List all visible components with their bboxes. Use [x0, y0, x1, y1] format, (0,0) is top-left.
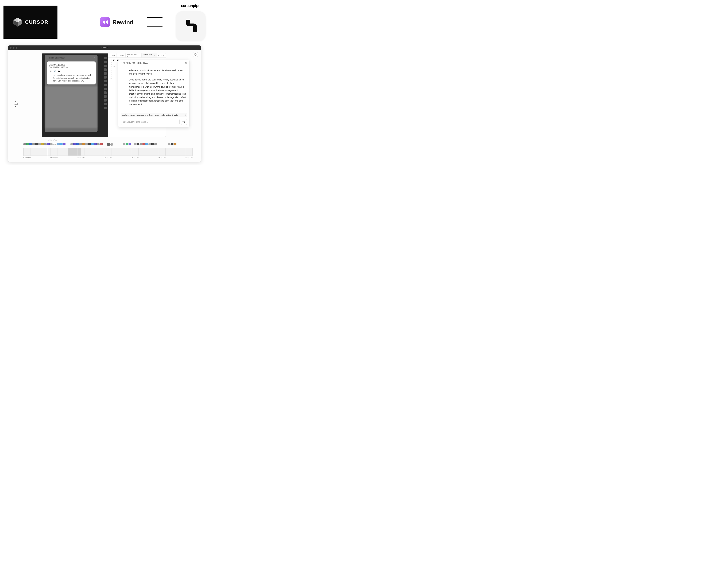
- svg-marker-6: [105, 20, 108, 24]
- timeline-label: 07:22 AM: [23, 157, 31, 159]
- editor-tab[interactable]: Breslow, Ryan - F...: [126, 53, 141, 57]
- editor-tab[interactable]: 111224: [117, 53, 126, 57]
- ai-paragraph: indicate a day structured around iterati…: [129, 69, 186, 76]
- audio-time-range: 9:04:00 AM - 9:04:00 AM: [49, 66, 93, 68]
- send-button[interactable]: [181, 119, 187, 125]
- svg-rect-7: [186, 20, 190, 21]
- cursor-cube-icon: [12, 17, 23, 27]
- screenpipe-icon: [176, 11, 205, 41]
- add-tab-button[interactable]: +: [157, 54, 160, 57]
- window-zoom-button[interactable]: [16, 47, 17, 49]
- ai-time-range: 10:46:17 AM - 11:46:09 AM: [123, 62, 185, 64]
- cursor-logo: CURSOR: [3, 6, 57, 39]
- audio-duration: 0s: [58, 70, 60, 72]
- refresh-button[interactable]: [193, 52, 198, 57]
- timeline-label: 03:21 PM: [131, 157, 138, 159]
- speaker-icon[interactable]: 🔊: [53, 70, 56, 72]
- timeline-inline-label: 0 AM: [53, 143, 56, 145]
- context-mode-select[interactable]: context master - analyzes everything: ap…: [121, 113, 187, 117]
- window-close-button[interactable]: [10, 47, 11, 49]
- scroll-label: scroll: [13, 103, 17, 105]
- equals-icon: [147, 17, 162, 27]
- rewind-logo: Rewind: [100, 17, 133, 27]
- timeline-marker-icon: [50, 138, 52, 141]
- ai-analysis-body: indicate a day structured around iterati…: [118, 66, 189, 111]
- editor-tabs: 111124 111224 Breslow, Ryan - F... 11122…: [108, 53, 166, 58]
- audio-transcript-card: Display 1 (output) 9:04:00 AM - 9:04:00 …: [47, 62, 95, 84]
- ai-paragraph: Conclusions about the user's day-to-day …: [129, 78, 186, 106]
- timeline-label: 05:21 PM: [158, 157, 166, 159]
- timeline-marker-icon: [55, 138, 57, 141]
- timeline[interactable]: 0 AM: [23, 143, 193, 159]
- window-titlebar[interactable]: timeline: [8, 45, 201, 50]
- plus-icon: [71, 10, 87, 35]
- timeline-ruler[interactable]: [23, 148, 193, 156]
- more-icon[interactable]: ⋯: [163, 55, 164, 56]
- close-icon[interactable]: ✕: [185, 62, 187, 64]
- close-icon[interactable]: ×: [154, 54, 155, 56]
- window-minimize-button[interactable]: [13, 47, 14, 49]
- timeline-marker-icon: [48, 138, 50, 141]
- scroll-indicator: ▲ scroll ▼: [13, 100, 17, 108]
- line-numbers: 123 456 789 10: [109, 59, 113, 80]
- cursor-label: CURSOR: [25, 19, 48, 25]
- drag-handle-icon[interactable]: ⠿: [47, 56, 48, 59]
- editor-tab[interactable]: 111224 8595 ...×: [141, 53, 157, 57]
- arrow-up-icon: ▲: [15, 100, 16, 102]
- audio-panel-title: audio transcripts: [49, 56, 94, 59]
- chevron-down-icon[interactable]: ⌄: [45, 128, 97, 132]
- timeline-playhead[interactable]: [47, 142, 47, 159]
- audio-transcript-text: Let me quickly connect on my screen as w…: [53, 74, 93, 82]
- app-window: timeline ▲ scroll ▼: [8, 45, 201, 162]
- timeline-label: 07:21 PM: [185, 157, 193, 159]
- timeline-label: 01:21 PM: [104, 157, 112, 159]
- rewind-label: Rewind: [113, 19, 133, 26]
- select-arrows-icon: ▴▾: [185, 114, 186, 116]
- editor-tab[interactable]: 111124: [108, 53, 117, 57]
- screenpipe-logo: screenpipe: [176, 3, 205, 41]
- ai-analysis-panel[interactable]: ⠿ 10:46:17 AM - 11:46:09 AM ✕ indicate a…: [118, 60, 190, 127]
- svg-marker-5: [103, 20, 105, 24]
- audio-transcripts-panel[interactable]: ⠿ audio transcripts ✕ Display 1 (output)…: [45, 55, 97, 132]
- play-icon[interactable]: ▷: [50, 70, 52, 72]
- arrow-down-icon: ▼: [15, 106, 16, 108]
- svg-rect-8: [193, 31, 197, 32]
- audio-display-name: Display 1 (output): [49, 64, 93, 66]
- timeline-label: 09:22 AM: [50, 157, 58, 159]
- timeline-time-labels: 07:22 AM 09:22 AM 11:22 AM 01:21 PM 03:2…: [23, 157, 193, 159]
- ask-input[interactable]: [121, 119, 179, 125]
- timeline-selection[interactable]: [68, 148, 81, 156]
- rewind-icon: [100, 17, 110, 27]
- timeline-app-icons: 0 AM: [23, 143, 193, 148]
- screenpipe-label: screenpipe: [181, 3, 200, 8]
- drag-handle-icon[interactable]: ⠿: [121, 62, 122, 64]
- timeline-label: 11:22 AM: [77, 157, 84, 159]
- split-icon[interactable]: ◫: [160, 55, 162, 56]
- timeline-marker-icon: [52, 138, 55, 141]
- close-icon[interactable]: ✕: [94, 56, 95, 59]
- window-title: timeline: [101, 46, 108, 49]
